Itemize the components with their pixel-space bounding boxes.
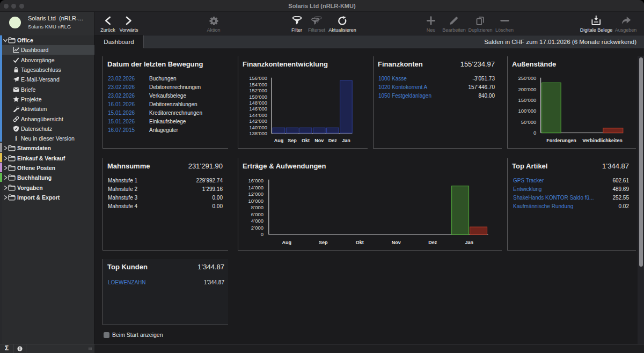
svg-text:250’000: 250’000	[518, 75, 536, 81]
svg-text:10’000: 10’000	[248, 198, 264, 204]
svg-text:154’000: 154’000	[249, 82, 267, 87]
svg-text:Forderungen: Forderungen	[546, 138, 576, 143]
svg-text:16’000: 16’000	[248, 178, 264, 183]
svg-text:Aug: Aug	[274, 138, 284, 143]
svg-text:4’000: 4’000	[251, 218, 264, 224]
svg-text:0: 0	[533, 130, 536, 136]
svg-text:Nov: Nov	[392, 240, 401, 245]
svg-text:50’000: 50’000	[521, 119, 537, 125]
svg-text:i: i	[15, 135, 17, 142]
svg-text:200’000: 200’000	[518, 86, 536, 92]
svg-text:Okt: Okt	[356, 240, 364, 245]
svg-text:Nov: Nov	[314, 138, 324, 143]
svg-text:Dez: Dez	[428, 240, 437, 245]
svg-text:150’000: 150’000	[518, 97, 536, 103]
svg-text:138’000: 138’000	[249, 130, 267, 136]
svg-text:152’000: 152’000	[249, 87, 267, 93]
svg-text:Aug: Aug	[282, 240, 292, 245]
svg-text:Jan: Jan	[342, 138, 350, 143]
svg-text:148’000: 148’000	[249, 100, 267, 106]
svg-text:144’000: 144’000	[249, 112, 267, 118]
svg-text:146’000: 146’000	[249, 106, 267, 112]
svg-text:Verbindlichkeiten: Verbindlichkeiten	[582, 138, 623, 143]
svg-text:Sep: Sep	[288, 138, 297, 143]
svg-text:100’000: 100’000	[518, 108, 536, 114]
svg-text:Jan: Jan	[465, 240, 474, 245]
svg-text:2’000: 2’000	[251, 225, 264, 231]
svg-text:8’000: 8’000	[251, 204, 264, 210]
svg-text:150’000: 150’000	[249, 94, 267, 100]
svg-text:Dez: Dez	[328, 138, 338, 143]
svg-text:14’000: 14’000	[248, 185, 264, 190]
svg-text:140’000: 140’000	[249, 124, 267, 130]
svg-text:Sep: Sep	[319, 240, 328, 245]
svg-text:142’000: 142’000	[249, 118, 267, 124]
svg-text:Okt: Okt	[302, 138, 310, 143]
svg-text:156’000: 156’000	[249, 75, 267, 81]
svg-text:6’000: 6’000	[251, 211, 264, 217]
svg-text:0: 0	[261, 231, 264, 237]
svg-text:12’000: 12’000	[248, 191, 264, 197]
